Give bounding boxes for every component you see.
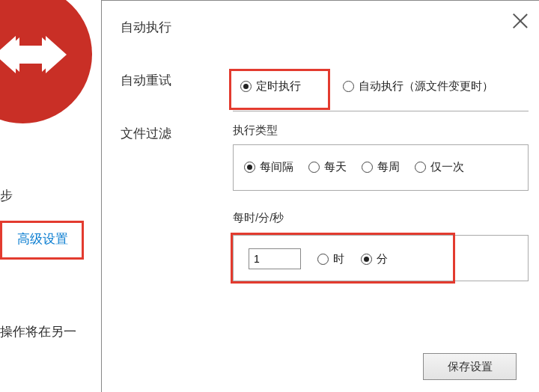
radio-interval-label: 每间隔: [260, 160, 293, 174]
radio-weekly[interactable]: 每周: [362, 160, 400, 174]
radio-daily[interactable]: 每天: [308, 160, 347, 174]
save-button[interactable]: 保存设置: [423, 353, 517, 380]
app-logo: [0, 0, 92, 123]
divider: [233, 111, 529, 111]
radio-daily-label: 每天: [324, 160, 347, 174]
svg-marker-1: [46, 36, 67, 73]
radio-dot-icon: [308, 162, 320, 173]
radio-dot-icon: [415, 162, 426, 173]
radio-once[interactable]: 仅一次: [415, 160, 464, 174]
exec-type-group: 每间隔 每天 每周 仅一次: [244, 160, 464, 174]
exec-type-title: 执行类型: [233, 123, 278, 138]
radio-interval[interactable]: 每间隔: [244, 160, 293, 174]
advanced-settings-label: 高级设置: [17, 232, 68, 246]
settings-dialog: 自动执行 自动重试 文件过滤 定时执行 自动执行（源文件变更时） 执行类型 每间…: [101, 0, 539, 392]
settings-panel: 定时执行 自动执行（源文件变更时） 执行类型 每间隔 每天: [233, 1, 532, 392]
annotation-highlight: [229, 69, 330, 110]
sync-arrows-icon: [0, 28, 68, 81]
advanced-settings-tab[interactable]: 高级设置: [0, 221, 84, 260]
sync-label-partial: 步: [0, 183, 101, 212]
radio-dot-icon: [244, 162, 255, 173]
radio-auto-on-change[interactable]: 自动执行（源文件变更时）: [343, 79, 493, 94]
tab-auto-retry[interactable]: 自动重试: [102, 54, 218, 107]
radio-once-label: 仅一次: [430, 160, 464, 174]
info-text-partial: 操作将在另一: [0, 323, 76, 340]
svg-rect-2: [14, 46, 47, 64]
tab-auto-exec[interactable]: 自动执行: [102, 1, 218, 54]
dialog-tabs: 自动执行 自动重试 文件过滤: [102, 1, 218, 392]
radio-dot-icon: [362, 162, 373, 173]
radio-weekly-label: 每周: [377, 160, 400, 174]
exec-type-box: 每间隔 每天 每周 仅一次: [233, 144, 529, 191]
radio-dot-icon: [343, 81, 354, 92]
tab-file-filter[interactable]: 文件过滤: [102, 107, 218, 160]
unit-title: 每时/分/秒: [233, 211, 284, 225]
annotation-highlight: [231, 233, 455, 284]
radio-auto-label: 自动执行（源文件变更时）: [359, 79, 493, 94]
